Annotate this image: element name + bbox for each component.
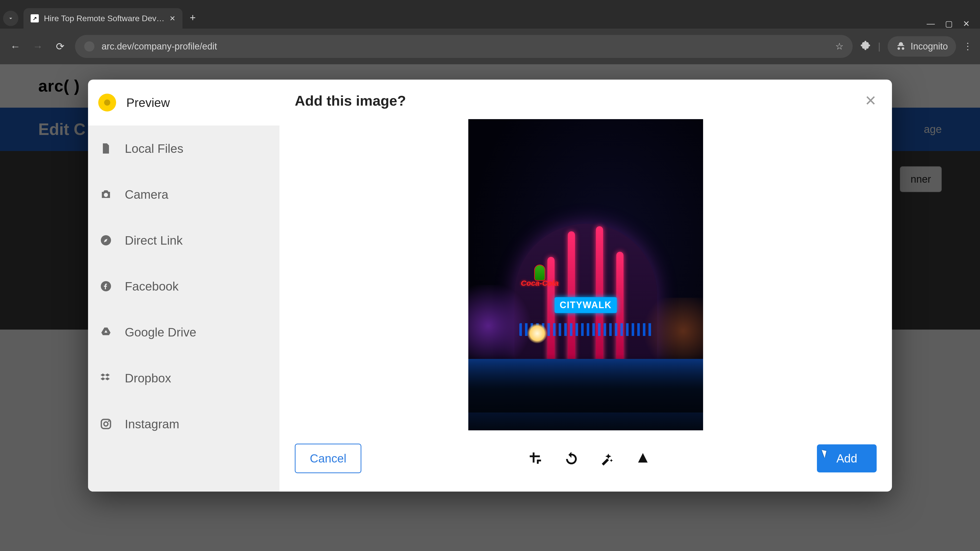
source-google-drive[interactable]: Google Drive (88, 309, 280, 355)
incognito-badge[interactable]: Incognito (888, 36, 956, 57)
bookmark-icon[interactable]: ☆ (835, 41, 843, 52)
compass-icon (98, 233, 114, 248)
source-list: Local Files Camera Direct Link Facebook (88, 125, 280, 492)
rotate-tool[interactable] (564, 451, 579, 466)
cursor-icon (822, 448, 829, 458)
new-tab-button[interactable]: + (189, 12, 196, 24)
titlebar: ↗ Hire Top Remote Software Dev… ✕ + — ▢ … (0, 0, 980, 29)
tab-close-button[interactable]: ✕ (169, 14, 175, 23)
tab-title: Hire Top Remote Software Dev… (44, 14, 164, 23)
modal-sidebar: Preview Local Files Camera Direct Link (88, 79, 280, 492)
enhance-tool[interactable] (600, 451, 615, 466)
source-label: Facebook (125, 279, 179, 293)
instagram-icon (98, 416, 114, 432)
window-controls: — ▢ ✕ (927, 11, 980, 29)
minimize-button[interactable]: — (927, 19, 935, 29)
extensions-icon[interactable] (860, 40, 871, 53)
crop-tool[interactable] (528, 451, 543, 466)
image-coke-text: Coca-Cola (521, 279, 558, 287)
reload-button[interactable]: ⟳ (52, 41, 68, 52)
edit-tools (528, 451, 651, 466)
browser-toolbar: ← → ⟳ arc.dev/company-profile/edit ☆ | I… (0, 29, 980, 64)
source-label: Dropbox (125, 371, 171, 385)
modal-close-button[interactable]: ✕ (865, 94, 877, 108)
preview-image[interactable]: CITYWALK Coca-Cola (468, 119, 703, 430)
source-label: Direct Link (125, 233, 183, 248)
source-label: Instagram (125, 417, 179, 431)
dropbox-icon (98, 370, 114, 386)
camera-icon (98, 187, 114, 202)
page: arc( ) Edit C age nner Preview Local Fil… (0, 64, 980, 551)
modal-footer: Cancel Add (295, 441, 877, 476)
cancel-button[interactable]: Cancel (295, 444, 361, 473)
source-dropbox[interactable]: Dropbox (88, 355, 280, 401)
preview-stage: CITYWALK Coca-Cola (295, 109, 877, 441)
forward-button[interactable]: → (30, 41, 45, 52)
svg-point-1 (104, 422, 108, 426)
tab-search-button[interactable] (3, 11, 18, 26)
modal-main: Add this image? ✕ CITYWALK (280, 79, 892, 492)
browser-chrome: ↗ Hire Top Remote Software Dev… ✕ + — ▢ … (0, 0, 980, 64)
facebook-icon (98, 279, 114, 294)
incognito-label: Incognito (911, 41, 948, 52)
source-facebook[interactable]: Facebook (88, 263, 280, 309)
close-window-button[interactable]: ✕ (963, 19, 970, 29)
source-instagram[interactable]: Instagram (88, 401, 280, 447)
preview-badge-icon (98, 94, 116, 111)
back-button[interactable]: ← (8, 41, 23, 52)
browser-menu-button[interactable]: ⋮ (963, 41, 972, 52)
maximize-button[interactable]: ▢ (945, 19, 953, 29)
source-label: Google Drive (125, 325, 196, 339)
browser-tab[interactable]: ↗ Hire Top Remote Software Dev… ✕ (24, 8, 183, 29)
chevron-down-icon (7, 15, 14, 22)
upload-modal: Preview Local Files Camera Direct Link (88, 79, 892, 492)
address-bar[interactable]: arc.dev/company-profile/edit ☆ (75, 35, 853, 58)
site-info-icon[interactable] (84, 41, 94, 52)
sidebar-preview-label: Preview (126, 96, 170, 110)
url-text: arc.dev/company-profile/edit (102, 41, 217, 52)
source-direct-link[interactable]: Direct Link (88, 218, 280, 263)
tab-favicon: ↗ (30, 14, 39, 22)
sidebar-preview-tab[interactable]: Preview (88, 79, 280, 125)
incognito-icon (896, 41, 906, 52)
source-local-files[interactable]: Local Files (88, 125, 280, 171)
add-button[interactable]: Add (817, 445, 877, 472)
svg-point-2 (108, 421, 110, 422)
sharpen-tool[interactable] (635, 451, 651, 466)
source-label: Camera (125, 187, 169, 202)
add-button-label: Add (836, 452, 857, 465)
toolbar-divider: | (878, 41, 880, 52)
source-camera[interactable]: Camera (88, 171, 280, 218)
image-sign-text: CITYWALK (555, 297, 617, 313)
source-label: Local Files (125, 141, 183, 156)
file-icon (98, 141, 114, 156)
modal-title: Add this image? (295, 92, 406, 109)
gdrive-icon (98, 324, 114, 340)
